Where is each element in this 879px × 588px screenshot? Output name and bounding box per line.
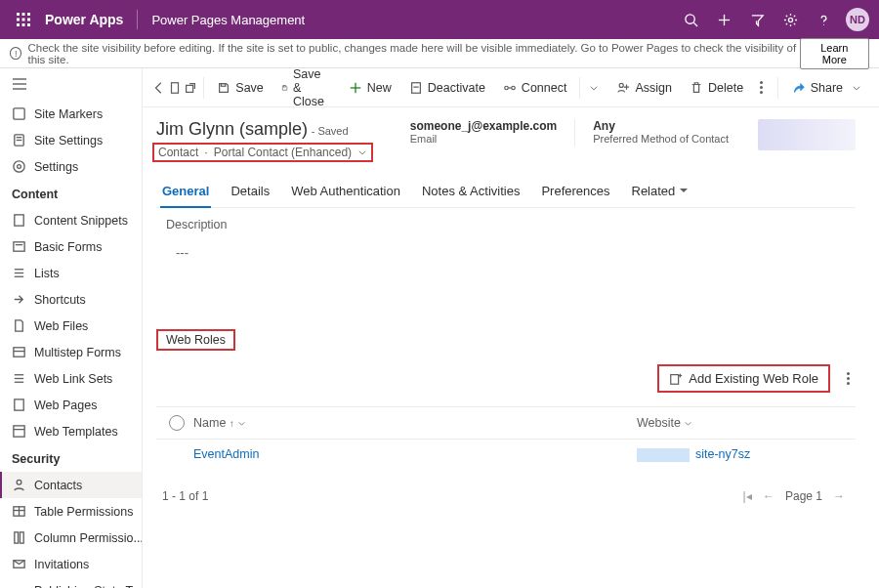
svg-rect-4 bbox=[22, 19, 25, 21]
tab-preferences[interactable]: Preferences bbox=[539, 176, 611, 207]
settings-icon[interactable] bbox=[774, 0, 807, 39]
chevron-down-icon[interactable] bbox=[589, 83, 599, 93]
svg-rect-2 bbox=[27, 13, 30, 16]
prev-page-button[interactable]: ← bbox=[758, 489, 779, 503]
svg-point-56 bbox=[505, 86, 509, 90]
subgrid-more-button[interactable] bbox=[840, 372, 856, 385]
nav-web-link-sets[interactable]: Web Link Sets bbox=[0, 365, 142, 392]
brand-label: Power Apps bbox=[45, 12, 123, 27]
chevron-down-icon bbox=[237, 419, 246, 428]
help-icon[interactable] bbox=[807, 0, 840, 39]
nav-lists[interactable]: Lists bbox=[0, 260, 142, 286]
svg-rect-50 bbox=[222, 83, 226, 86]
web-roles-section-label: Web Roles bbox=[156, 329, 235, 351]
svg-rect-54 bbox=[411, 82, 420, 93]
svg-rect-42 bbox=[15, 532, 19, 543]
nav-settings[interactable]: Settings bbox=[0, 153, 142, 180]
tab-general[interactable]: General bbox=[160, 176, 211, 208]
header-image bbox=[758, 119, 856, 150]
deactivate-button[interactable]: Deactivate bbox=[401, 73, 493, 103]
row-website-link[interactable]: site-ny7sz bbox=[693, 447, 752, 461]
svg-rect-62 bbox=[671, 374, 679, 384]
row-name-link[interactable]: EventAdmin bbox=[193, 447, 259, 461]
tab-notes-activities[interactable]: Notes & Activities bbox=[420, 176, 522, 207]
record-title: Jim Glynn (sample) bbox=[156, 119, 308, 139]
chevron-down-icon bbox=[684, 419, 692, 428]
nav-publishing-state[interactable]: Publishing State Tr... bbox=[0, 577, 142, 588]
filter-icon[interactable] bbox=[740, 0, 774, 39]
svg-rect-6 bbox=[17, 23, 20, 26]
svg-point-9 bbox=[685, 14, 693, 22]
svg-rect-7 bbox=[22, 23, 25, 26]
info-icon: ! bbox=[10, 47, 21, 60]
nav-contacts[interactable]: Contacts bbox=[0, 472, 142, 498]
svg-point-22 bbox=[18, 165, 21, 169]
nav-site-markers[interactable]: Site Markers bbox=[0, 101, 142, 127]
learn-more-button[interactable]: Learn More bbox=[800, 38, 869, 69]
nav-site-settings[interactable]: Site Settings bbox=[0, 127, 142, 153]
grid-row[interactable]: EventAdmin site-ny7sz bbox=[156, 440, 856, 470]
svg-rect-51 bbox=[283, 85, 285, 86]
nav-shortcuts[interactable]: Shortcuts bbox=[0, 286, 142, 313]
svg-rect-30 bbox=[14, 348, 24, 357]
nav-multistep-forms[interactable]: Multistep Forms bbox=[0, 339, 142, 365]
delete-button[interactable]: Delete bbox=[682, 73, 751, 103]
svg-point-59 bbox=[620, 83, 624, 87]
share-button[interactable]: Share bbox=[784, 73, 869, 103]
svg-rect-24 bbox=[15, 215, 23, 226]
form-selector[interactable]: Contact · Portal Contact (Enhanced) bbox=[152, 143, 373, 162]
command-bar: Save Save & Close New Deactivate Connect… bbox=[143, 68, 879, 107]
assign-button[interactable]: Assign bbox=[608, 73, 680, 103]
connect-button[interactable]: Connect bbox=[495, 73, 607, 103]
nav-web-pages[interactable]: Web Pages bbox=[0, 392, 142, 418]
nav-column-permissions[interactable]: Column Permissio... bbox=[0, 525, 142, 551]
svg-rect-18 bbox=[14, 108, 24, 119]
save-status: - Saved bbox=[312, 125, 349, 137]
new-button[interactable]: New bbox=[341, 73, 399, 103]
svg-rect-0 bbox=[17, 13, 20, 16]
first-page-button[interactable]: |◂ bbox=[736, 489, 758, 503]
open-new-window-button[interactable] bbox=[184, 73, 197, 103]
svg-line-10 bbox=[693, 22, 697, 26]
svg-rect-25 bbox=[14, 242, 24, 251]
open-record-set-button[interactable] bbox=[168, 73, 182, 103]
row-count: 1 - 1 of 1 bbox=[162, 489, 208, 503]
back-button[interactable] bbox=[152, 73, 166, 103]
column-header-name[interactable]: Name ↑ bbox=[193, 416, 637, 430]
subgrid-toolbar: Add Existing Web Role bbox=[156, 360, 856, 406]
svg-rect-8 bbox=[27, 23, 30, 26]
add-existing-web-role-button[interactable]: Add Existing Web Role bbox=[657, 364, 830, 393]
save-button[interactable]: Save bbox=[209, 73, 272, 103]
chevron-down-icon[interactable] bbox=[852, 83, 861, 93]
tab-related[interactable]: Related bbox=[630, 176, 691, 207]
tab-details[interactable]: Details bbox=[229, 176, 272, 207]
chevron-down-icon bbox=[357, 147, 367, 157]
select-all-checkbox[interactable] bbox=[169, 415, 185, 431]
svg-point-57 bbox=[512, 86, 516, 90]
nav-invitations[interactable]: Invitations bbox=[0, 551, 142, 577]
nav-web-files[interactable]: Web Files bbox=[0, 313, 142, 339]
nav-table-permissions[interactable]: Table Permissions bbox=[0, 498, 142, 525]
global-header: Power Apps Power Pages Management ND bbox=[0, 0, 879, 39]
app-launcher[interactable] bbox=[10, 13, 37, 26]
nav-web-templates[interactable]: Web Templates bbox=[0, 418, 142, 444]
add-icon[interactable] bbox=[707, 0, 740, 39]
nav-content-snippets[interactable]: Content Snippets bbox=[0, 207, 142, 233]
form-tabs: General Details Web Authentication Notes… bbox=[156, 176, 856, 208]
nav-collapse-toggle[interactable] bbox=[0, 74, 142, 101]
column-header-website[interactable]: Website bbox=[637, 416, 852, 430]
description-value[interactable]: --- bbox=[156, 235, 856, 314]
svg-rect-1 bbox=[22, 13, 25, 16]
svg-rect-43 bbox=[20, 532, 23, 543]
header-email-field[interactable]: someone_j@example.com Email bbox=[410, 119, 557, 145]
save-close-button[interactable]: Save & Close bbox=[273, 73, 339, 103]
next-page-button[interactable]: → bbox=[828, 489, 850, 503]
svg-point-23 bbox=[14, 161, 24, 172]
header-preferred-method-field[interactable]: Any Preferred Method of Contact bbox=[593, 119, 729, 145]
page-label: Page 1 bbox=[785, 489, 822, 503]
more-commands-button[interactable] bbox=[759, 81, 764, 94]
user-avatar[interactable]: ND bbox=[846, 8, 869, 31]
tab-web-authentication[interactable]: Web Authentication bbox=[289, 176, 402, 207]
search-icon[interactable] bbox=[674, 0, 707, 39]
nav-basic-forms[interactable]: Basic Forms bbox=[0, 233, 142, 260]
